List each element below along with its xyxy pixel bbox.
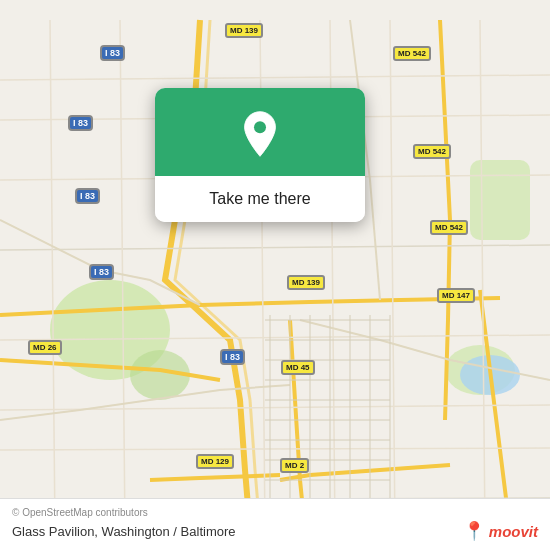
road-sign-md542-1: MD 542 [393, 46, 431, 61]
moovit-brand-text: moovit [489, 523, 538, 540]
road-sign-md139-1: MD 139 [225, 23, 263, 38]
road-sign-i83-4: I 83 [89, 264, 114, 280]
map-background [0, 0, 550, 550]
popup-pointer [252, 205, 272, 217]
location-info: Glass Pavilion, Washington / Baltimore 📍… [12, 520, 538, 542]
road-sign-i83-2: I 83 [68, 115, 93, 131]
svg-rect-3 [470, 160, 530, 240]
map-attribution: © OpenStreetMap contributors [12, 507, 538, 518]
moovit-logo: 📍 moovit [463, 520, 538, 542]
location-pin-icon [236, 110, 284, 158]
road-sign-md129: MD 129 [196, 454, 234, 469]
road-sign-i83-3: I 83 [75, 188, 100, 204]
road-sign-md45: MD 45 [281, 360, 315, 375]
road-sign-i83-1: I 83 [100, 45, 125, 61]
map-roads-svg [0, 0, 550, 550]
road-sign-md2: MD 2 [280, 458, 309, 473]
location-name: Glass Pavilion, Washington / Baltimore [12, 524, 236, 539]
road-sign-md147: MD 147 [437, 288, 475, 303]
road-sign-md26: MD 26 [28, 340, 62, 355]
popup-header [155, 88, 365, 176]
svg-point-36 [254, 121, 266, 133]
road-sign-i83-5: I 83 [220, 349, 245, 365]
bottom-bar: © OpenStreetMap contributors Glass Pavil… [0, 498, 550, 550]
moovit-pin-icon: 📍 [463, 520, 485, 542]
location-popup: Take me there [155, 88, 365, 222]
map-container[interactable]: I 83 MD 139 I 83 MD 542 MD 542 MD 542 I … [0, 0, 550, 550]
road-sign-md542-2: MD 542 [413, 144, 451, 159]
road-sign-md542-3: MD 542 [430, 220, 468, 235]
road-sign-md139-2: MD 139 [287, 275, 325, 290]
